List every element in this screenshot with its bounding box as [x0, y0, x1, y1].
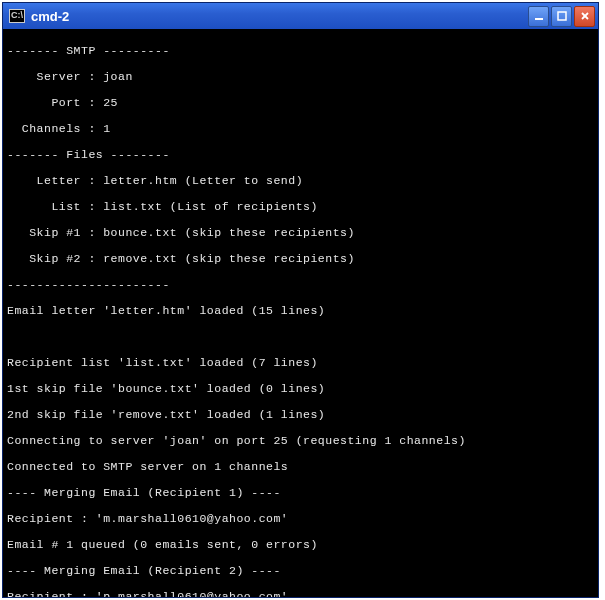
close-button[interactable] [574, 6, 595, 27]
log-line: Recipient list 'list.txt' loaded (7 line… [7, 356, 594, 369]
log-line: ---- Merging Email (Recipient 1) ---- [7, 486, 594, 499]
log-line: Recipient : 'p.marshall0610@yahoo.com' [7, 590, 594, 597]
cfg-channels: Channels : 1 [7, 122, 594, 135]
blank [7, 330, 594, 343]
cfg-server: Server : joan [7, 70, 594, 83]
log-line: Email letter 'letter.htm' loaded (15 lin… [7, 304, 594, 317]
log-line: ---- Merging Email (Recipient 2) ---- [7, 564, 594, 577]
minimize-button[interactable] [528, 6, 549, 27]
cfg-letter: Letter : letter.htm (Letter to send) [7, 174, 594, 187]
divider: ---------------------- [7, 278, 594, 291]
cfg-list: List : list.txt (List of recipients) [7, 200, 594, 213]
log-line: 2nd skip file 'remove.txt' loaded (1 lin… [7, 408, 594, 421]
svg-rect-0 [535, 18, 543, 20]
log-line: Connecting to server 'joan' on port 25 (… [7, 434, 594, 447]
cfg-port: Port : 25 [7, 96, 594, 109]
smtp-header: ------- SMTP --------- [7, 44, 594, 57]
window-buttons [528, 6, 595, 27]
log-line: 1st skip file 'bounce.txt' loaded (0 lin… [7, 382, 594, 395]
terminal-output[interactable]: ------- SMTP --------- Server : joan Por… [3, 29, 598, 597]
window-title: cmd-2 [31, 9, 528, 24]
cmd-window: C:\ cmd-2 ------- SMTP --------- Server … [2, 2, 599, 598]
files-header: ------- Files -------- [7, 148, 594, 161]
maximize-button[interactable] [551, 6, 572, 27]
cfg-skip2: Skip #2 : remove.txt (skip these recipie… [7, 252, 594, 265]
log-line: Email # 1 queued (0 emails sent, 0 error… [7, 538, 594, 551]
cmd-icon: C:\ [9, 9, 25, 23]
log-line: Connected to SMTP server on 1 channels [7, 460, 594, 473]
cfg-skip1: Skip #1 : bounce.txt (skip these recipie… [7, 226, 594, 239]
titlebar[interactable]: C:\ cmd-2 [3, 3, 598, 29]
log-line: Recipient : 'm.marshall0610@yahoo.com' [7, 512, 594, 525]
svg-rect-1 [558, 12, 566, 20]
